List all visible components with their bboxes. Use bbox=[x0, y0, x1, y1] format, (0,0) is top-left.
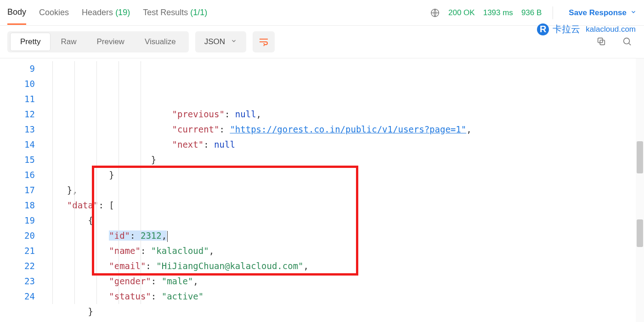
code-line[interactable]: "status": "active" bbox=[46, 289, 644, 304]
tab-tests-label: Test Results bbox=[143, 8, 188, 17]
response-body[interactable]: 9101112131415161718192021222324 "previou… bbox=[0, 58, 644, 322]
code-line[interactable]: { bbox=[46, 213, 644, 228]
view-pretty-button[interactable]: Pretty bbox=[10, 33, 51, 51]
scrollbar-track[interactable] bbox=[636, 58, 644, 322]
response-tabs: Body Cookies Headers (19) Test Results (… bbox=[7, 1, 207, 25]
tab-cookies[interactable]: Cookies bbox=[39, 1, 69, 24]
search-button[interactable] bbox=[617, 34, 637, 51]
brand-domain: kalacloud.com bbox=[586, 25, 636, 34]
code-line[interactable]: } bbox=[46, 167, 644, 183]
status-area: 200 OK 1393 ms 936 B Save Response bbox=[430, 6, 637, 19]
tab-headers-count: (19) bbox=[115, 8, 130, 17]
chevron-down-icon bbox=[630, 8, 637, 17]
tab-tests-count: (1/1) bbox=[190, 8, 207, 17]
code-line[interactable]: "email": "HiJiangChuan@kalacloud.com", bbox=[46, 259, 644, 274]
code-line[interactable]: }, bbox=[46, 183, 644, 198]
code-line[interactable]: "next": null bbox=[46, 137, 644, 152]
chevron-down-icon bbox=[231, 37, 237, 46]
code-line[interactable]: "previous": null, bbox=[46, 107, 644, 122]
wrap-lines-button[interactable] bbox=[253, 31, 275, 52]
watermark: R 卡拉云 kalacloud.com bbox=[537, 23, 636, 35]
save-response-button[interactable]: Save Response bbox=[569, 8, 637, 17]
code-line[interactable]: } bbox=[46, 152, 644, 167]
format-dropdown[interactable]: JSON bbox=[195, 31, 246, 52]
code-line[interactable]: "current": "https://gorest.co.in/public/… bbox=[46, 122, 644, 137]
globe-icon[interactable] bbox=[430, 8, 440, 18]
code-line[interactable]: } bbox=[46, 304, 644, 319]
scrollbar-thumb[interactable] bbox=[637, 141, 643, 173]
brand-logo-icon: R bbox=[537, 23, 549, 35]
copy-button[interactable] bbox=[592, 34, 611, 51]
tab-test-results[interactable]: Test Results (1/1) bbox=[143, 1, 207, 24]
code-line[interactable]: "id": 2312, bbox=[46, 228, 644, 243]
tab-headers-label: Headers bbox=[82, 8, 113, 17]
view-visualize-button[interactable]: Visualize bbox=[135, 33, 186, 51]
status-time: 1393 ms bbox=[483, 8, 513, 17]
status-code: 200 OK bbox=[448, 8, 475, 17]
view-preview-button[interactable]: Preview bbox=[86, 33, 134, 51]
view-mode-segment: Pretty Raw Preview Visualize bbox=[7, 31, 189, 52]
view-raw-button[interactable]: Raw bbox=[51, 33, 86, 51]
response-tabbar: Body Cookies Headers (19) Test Results (… bbox=[0, 0, 644, 26]
code-line[interactable]: "name": "kalacloud", bbox=[46, 243, 644, 259]
line-number-gutter: 9101112131415161718192021222324 bbox=[0, 58, 46, 322]
tab-headers[interactable]: Headers (19) bbox=[82, 1, 130, 24]
svg-point-3 bbox=[624, 38, 630, 44]
code-content[interactable]: "previous": null, "current": "https://go… bbox=[46, 58, 644, 322]
brand-name: 卡拉云 bbox=[553, 23, 580, 35]
code-line[interactable]: "data": [ bbox=[46, 198, 644, 213]
code-line[interactable]: "gender": "male", bbox=[46, 274, 644, 289]
code-line[interactable]: ] bbox=[46, 319, 644, 322]
tab-body[interactable]: Body bbox=[7, 1, 26, 25]
format-dropdown-label: JSON bbox=[204, 37, 225, 46]
divider bbox=[553, 6, 553, 19]
scrollbar-thumb[interactable] bbox=[637, 219, 643, 247]
save-response-label: Save Response bbox=[569, 8, 627, 17]
status-size: 936 B bbox=[521, 8, 542, 17]
